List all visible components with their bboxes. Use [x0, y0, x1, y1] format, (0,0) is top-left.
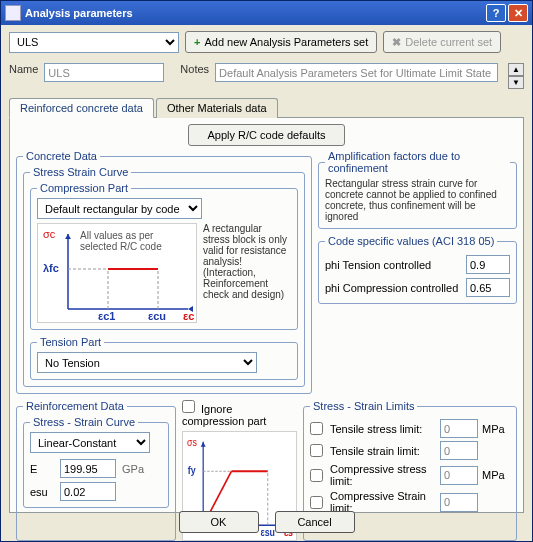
code-values-legend: Code specific values (ACI 318 05) [325, 235, 497, 247]
E-label: E [30, 463, 54, 475]
amplification-legend: Amplification factors due to confinement [325, 150, 510, 174]
tensile-stress-field [440, 419, 478, 438]
analysis-parameters-dialog: Analysis parameters ? ✕ ULS + Add new An… [0, 0, 533, 542]
tab-reinforced-concrete[interactable]: Reinforced concrete data [9, 98, 154, 118]
fy-label: fy [188, 464, 196, 476]
notes-scroll: ▲ ▼ [508, 63, 524, 89]
app-icon [5, 5, 21, 21]
compressive-stress-unit: MPa [482, 469, 510, 481]
ec1-label: εc1 [98, 310, 115, 322]
amplification-text: Rectangular stress strain curve for conc… [325, 178, 510, 222]
help-button[interactable]: ? [486, 4, 506, 22]
tensile-strain-field [440, 441, 478, 460]
notes-label: Notes [180, 63, 209, 75]
notes-field [215, 63, 498, 82]
tension-select[interactable]: No Tension [37, 352, 257, 373]
phi-tension-label: phi Tension controlled [325, 259, 431, 271]
reinf-stress-legend: Stress - Strain Curve [30, 416, 138, 428]
concrete-legend: Concrete Data [23, 150, 100, 162]
amplification-group: Amplification factors due to confinement… [318, 150, 517, 229]
code-values-group: Code specific values (ACI 318 05) phi Te… [318, 235, 517, 304]
scroll-up-button[interactable]: ▲ [508, 63, 524, 76]
lambda-fc-label: λfc [43, 262, 59, 274]
ok-button[interactable]: OK [179, 511, 259, 533]
reinf-curve-select[interactable]: Linear-Constant [30, 432, 150, 453]
reinforcement-legend: Reinforcement Data [23, 400, 127, 412]
compression-legend: Compression Part [37, 182, 131, 194]
compressive-strain-field [440, 493, 478, 512]
sigma-s-label: σs [187, 436, 197, 448]
tension-legend: Tension Part [37, 336, 104, 348]
tensile-stress-unit: MPa [482, 423, 510, 435]
ec-axis-label: εc [183, 310, 194, 322]
compression-explain: A rectangular stress block is only valid… [203, 223, 291, 323]
window-title: Analysis parameters [25, 7, 484, 19]
delete-set-button: ✖ Delete current set [383, 31, 501, 53]
tensile-strain-label: Tensile strain limit: [330, 445, 436, 457]
cancel-button[interactable]: Cancel [275, 511, 355, 533]
reinf-stress-strain-group: Stress - Strain Curve Linear-Constant E … [23, 416, 169, 508]
name-field [44, 63, 164, 82]
compressive-stress-check[interactable] [310, 469, 323, 482]
name-label: Name [9, 63, 38, 75]
tension-group: Tension Part No Tension [30, 336, 298, 380]
chart-overlay-note: All values as per selected R/C code [80, 230, 190, 252]
tensile-stress-check[interactable] [310, 422, 323, 435]
scroll-down-button[interactable]: ▼ [508, 76, 524, 89]
apply-defaults-button[interactable]: Apply R/C code defaults [188, 124, 344, 146]
x-icon: ✖ [392, 36, 401, 49]
compressive-stress-label: Compressive stress limit: [330, 463, 436, 487]
compressive-stress-field [440, 466, 478, 485]
stress-strain-group: Stress Strain Curve Compression Part Def… [23, 166, 305, 387]
compression-curve-select[interactable]: Default rectangular by code for ULS [37, 198, 202, 219]
E-field[interactable] [60, 459, 116, 478]
sigma-c-label: σc [43, 228, 56, 240]
tensile-strain-check[interactable] [310, 444, 323, 457]
esu-label: esu [30, 486, 54, 498]
E-unit: GPa [122, 463, 144, 475]
tensile-stress-label: Tensile stress limit: [330, 423, 436, 435]
tab-content: Apply R/C code defaults Concrete Data St… [9, 117, 524, 513]
add-set-label: Add new Analysis Parameters set [204, 36, 368, 48]
tab-other-materials[interactable]: Other Materials data [156, 98, 278, 118]
concrete-data-group: Concrete Data Stress Strain Curve Compre… [16, 150, 312, 394]
plus-icon: + [194, 36, 200, 48]
add-set-button[interactable]: + Add new Analysis Parameters set [185, 31, 377, 53]
close-button[interactable]: ✕ [508, 4, 528, 22]
phi-compression-field[interactable] [466, 278, 510, 297]
stress-strain-legend: Stress Strain Curve [30, 166, 131, 178]
limits-legend: Stress - Strain Limits [310, 400, 417, 412]
phi-compression-label: phi Compression controlled [325, 282, 458, 294]
concrete-stress-strain-chart: σc λfc εc1 εcu εc All values as per sele… [37, 223, 197, 323]
ecu-label: εcu [148, 310, 166, 322]
ignore-compression-checkbox[interactable]: Ignore compression part [182, 400, 297, 427]
ignore-compression-input[interactable] [182, 400, 195, 413]
parameter-set-select[interactable]: ULS [9, 32, 179, 53]
compressive-strain-check[interactable] [310, 496, 323, 509]
titlebar: Analysis parameters ? ✕ [1, 1, 532, 25]
esu-field[interactable] [60, 482, 116, 501]
delete-set-label: Delete current set [405, 36, 492, 48]
compression-group: Compression Part Default rectangular by … [30, 182, 298, 330]
phi-tension-field[interactable] [466, 255, 510, 274]
